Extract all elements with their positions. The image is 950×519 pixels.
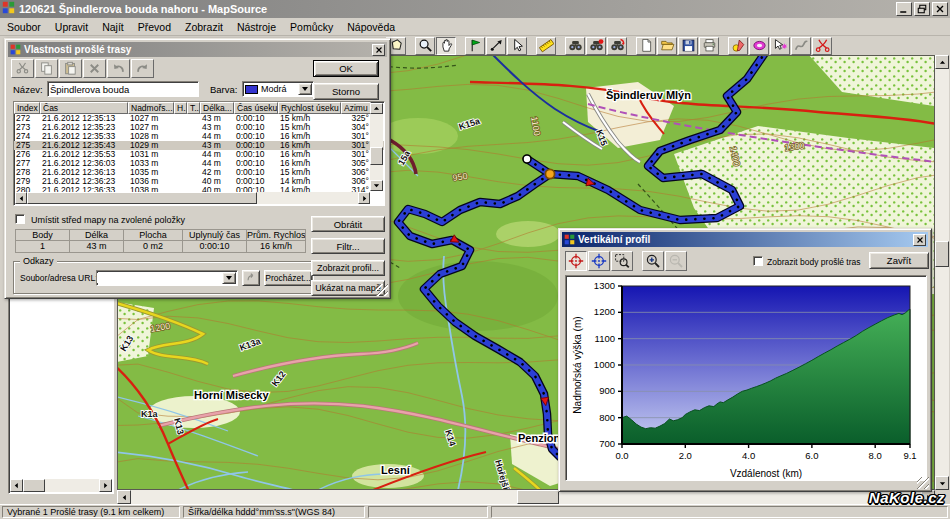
minimize-button[interactable] — [896, 2, 912, 16]
scroll-thumb[interactable] — [23, 479, 45, 492]
new-file-button[interactable] — [636, 37, 656, 55]
redo-button[interactable] — [131, 59, 154, 78]
delete-button[interactable] — [83, 59, 106, 78]
scroll-right-button[interactable] — [99, 479, 112, 492]
tracklist-hscrollbar[interactable] — [10, 479, 112, 492]
pan-hand-button[interactable] — [436, 37, 456, 55]
elevation-chart[interactable]: 70080090010001100120013000.02.04.06.08.0… — [568, 278, 926, 480]
curve-button[interactable] — [791, 37, 811, 55]
scroll-thumb[interactable] — [27, 192, 257, 204]
menu-převod[interactable]: Převod — [131, 19, 178, 35]
dropdown-button[interactable] — [222, 272, 236, 284]
selected-trackpoint-marker[interactable] — [545, 169, 554, 178]
scroll-left-button[interactable] — [15, 192, 27, 204]
table-vscrollbar[interactable] — [370, 103, 383, 191]
map-vscrollbar[interactable] — [935, 55, 949, 490]
show-profile-button[interactable]: Zobrazit profil... — [311, 260, 385, 276]
table-row[interactable]: 27821.6.2012 12:36:131035 m42 m0:00:1015… — [14, 168, 384, 177]
scroll-left-button[interactable] — [117, 490, 131, 504]
menu-zobrazit[interactable]: Zobrazit — [178, 19, 230, 35]
route-properties-button[interactable] — [749, 37, 769, 55]
invert-button[interactable]: Obrátit — [311, 216, 385, 232]
show-on-map-button[interactable]: Ukázat na mapě — [311, 280, 385, 296]
scroll-right-button[interactable] — [358, 192, 370, 204]
browse-button[interactable]: Procházet... — [264, 270, 312, 286]
column-header-h[interactable]: H... — [174, 102, 187, 114]
column-header-as[interactable]: Čas — [40, 102, 128, 114]
column-header-index[interactable]: Index — [14, 102, 40, 114]
filter-button[interactable]: Filtr... — [311, 238, 385, 254]
cut-button[interactable] — [11, 59, 34, 78]
menu-najít[interactable]: Najít — [95, 19, 131, 35]
crosshair-red-button[interactable] — [565, 251, 587, 271]
table-row[interactable]: 27521.6.2012 12:35:431029 m43 m0:00:1016… — [14, 141, 384, 150]
crosshair-blue-button[interactable] — [588, 251, 610, 271]
save-button[interactable] — [678, 37, 698, 55]
table-row[interactable]: 27221.6.2012 12:35:131027 m43 m0:00:1015… — [14, 114, 384, 123]
table-hscrollbar[interactable] — [15, 192, 370, 204]
waypoint-flag-button[interactable] — [465, 37, 485, 55]
map-hscrollbar[interactable] — [117, 490, 935, 504]
table-row[interactable]: 27621.6.2012 12:35:531031 m44 m0:00:1016… — [14, 150, 384, 159]
table-row[interactable]: 27921.6.2012 12:36:231036 m40 m0:00:1014… — [14, 177, 384, 186]
column-header-t[interactable]: T... — [187, 102, 200, 114]
close-profile-button[interactable]: Zavřít — [869, 252, 929, 269]
go-link-button[interactable] — [242, 270, 260, 286]
scroll-thumb[interactable] — [935, 241, 949, 267]
table-row[interactable]: 27721.6.2012 12:36:031033 m44 m0:00:1016… — [14, 159, 384, 168]
scroll-up-button[interactable] — [935, 55, 949, 69]
find-nearest-button[interactable] — [586, 37, 606, 55]
dialog-titlebar[interactable]: Vlastnosti prošlé trasy — [8, 42, 387, 57]
select-arrow-button[interactable] — [507, 37, 527, 55]
ok-button[interactable]: OK — [313, 60, 379, 77]
zoom-in-button[interactable] — [642, 251, 664, 271]
resize-grip[interactable] — [376, 284, 388, 296]
color-combobox[interactable]: Modrá — [242, 81, 314, 97]
menu-upravit[interactable]: Upravit — [48, 19, 95, 35]
window-titlebar[interactable]: 120621 Špindlerova bouda nahoru - MapSou… — [0, 0, 950, 18]
column-header-azimu[interactable]: Azimu — [341, 102, 371, 114]
route-tool-button[interactable] — [486, 37, 506, 55]
column-header-dlka[interactable]: Délka... — [200, 102, 234, 114]
close-button[interactable] — [932, 2, 948, 16]
open-folder-button[interactable] — [657, 37, 677, 55]
scroll-thumb[interactable] — [370, 147, 383, 165]
scroll-thumb[interactable] — [517, 490, 559, 504]
print-button[interactable] — [699, 37, 719, 55]
undo-button[interactable] — [107, 59, 130, 78]
scroll-down-button[interactable] — [370, 180, 383, 191]
track-select-button[interactable] — [770, 37, 790, 55]
show-points-checkbox[interactable] — [753, 256, 763, 266]
zoom-region-button[interactable] — [611, 251, 633, 271]
resize-grip[interactable] — [917, 477, 929, 489]
scroll-down-button[interactable] — [935, 476, 949, 490]
find-recent-button[interactable] — [607, 37, 627, 55]
menu-pomůcky[interactable]: Pomůcky — [283, 19, 340, 35]
table-row[interactable]: 27421.6.2012 12:35:331028 m44 m0:00:1016… — [14, 132, 384, 141]
track-start-marker[interactable] — [523, 155, 531, 163]
dropdown-button[interactable] — [298, 83, 312, 95]
dialog-close-button[interactable] — [372, 44, 385, 56]
ruler-button[interactable] — [536, 37, 556, 55]
zoom-tool-button[interactable] — [415, 37, 435, 55]
menu-soubor[interactable]: Soubor — [0, 19, 48, 35]
trackpoint-table[interactable]: IndexČasNadmořs...H...T...Délka...Čas ús… — [13, 101, 385, 206]
url-combobox[interactable] — [96, 270, 238, 286]
center-map-checkbox[interactable] — [15, 214, 25, 224]
dialog-close-button[interactable] — [913, 234, 926, 246]
restore-button[interactable] — [914, 2, 930, 16]
column-header-asseku[interactable]: Čas úseku — [234, 102, 278, 114]
column-header-rychlostseku[interactable]: Rychlost úseku — [278, 102, 341, 114]
zoom-out-button[interactable] — [665, 251, 687, 271]
trim-button[interactable] — [812, 37, 832, 55]
waypoint-properties-button[interactable] — [728, 37, 748, 55]
scroll-left-button[interactable] — [10, 479, 23, 492]
elevation-chart-panel[interactable]: 70080090010001100120013000.02.04.06.08.0… — [565, 275, 927, 481]
scroll-up-button[interactable] — [370, 103, 383, 114]
url-input[interactable] — [97, 273, 222, 283]
find-button[interactable] — [565, 37, 585, 55]
paste-button[interactable] — [59, 59, 82, 78]
menu-nástroje[interactable]: Nástroje — [230, 19, 283, 35]
table-row[interactable]: 27321.6.2012 12:35:231027 m43 m0:00:1015… — [14, 123, 384, 132]
column-header-nadmos[interactable]: Nadmořs... — [128, 102, 174, 114]
